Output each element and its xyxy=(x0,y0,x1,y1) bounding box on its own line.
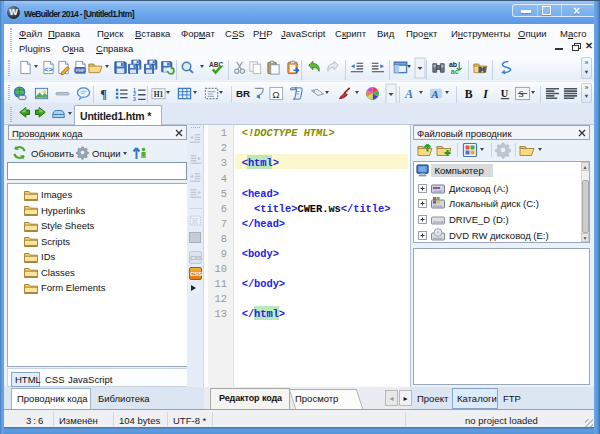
svg-text:A: A xyxy=(404,87,413,101)
svg-text:Ω: Ω xyxy=(272,88,279,99)
svg-text:¶: ¶ xyxy=(100,87,107,101)
svg-text:BR: BR xyxy=(236,88,250,99)
svg-text:3: 3 xyxy=(132,96,135,102)
svg-text:<>: <> xyxy=(44,65,54,73)
svg-text:A: A xyxy=(430,87,439,99)
svg-text:PHP: PHP xyxy=(75,67,84,72)
svg-text:H1: H1 xyxy=(154,89,164,98)
svg-text:I: I xyxy=(482,88,488,101)
svg-text:B: B xyxy=(464,88,472,101)
svg-text:ab: ab xyxy=(449,60,457,67)
svg-text:U: U xyxy=(500,88,508,99)
